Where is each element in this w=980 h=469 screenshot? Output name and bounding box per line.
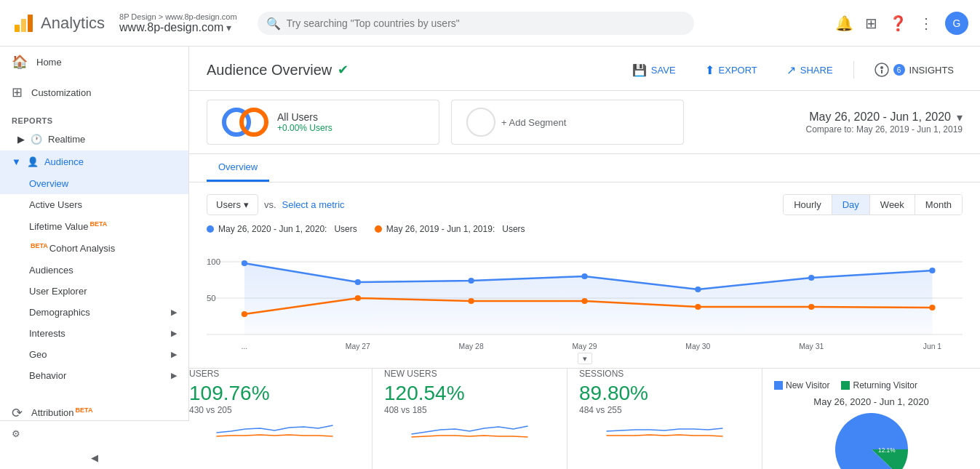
chart-dot-orange-1 xyxy=(355,295,361,301)
chart-dot-orange-6 xyxy=(929,305,935,310)
svg-text:May 31: May 31 xyxy=(799,342,824,350)
stat-pct-new-users: 120.54% xyxy=(384,382,555,405)
add-segment-label: + Add Segment xyxy=(501,117,566,128)
svg-point-4 xyxy=(880,66,883,69)
vs-label: vs. xyxy=(264,199,276,210)
legend-dot-blue xyxy=(207,225,214,233)
export-button[interactable]: ⬆ EXPORT xyxy=(696,59,766,81)
chart-dot-blue-0 xyxy=(242,260,247,266)
app-title: Analytics xyxy=(41,14,105,33)
sidebar-item-home[interactable]: 🏠 Home xyxy=(0,47,188,77)
sidebar-sub-demographics[interactable]: Demographics ▶ xyxy=(0,302,188,323)
stat-pct-sessions: 89.80% xyxy=(579,382,750,405)
pie-legend-new-label: New Visitor xyxy=(786,380,829,390)
audience-icon: 👤 xyxy=(27,156,39,167)
header-divider xyxy=(853,61,854,79)
all-users-segment[interactable]: All Users +0.00% Users xyxy=(207,100,439,145)
breadcrumb-main[interactable]: www.8p-design.com ▾ xyxy=(119,21,237,34)
chart-filter-dropdown[interactable]: ▾ xyxy=(578,353,592,364)
segment-name: All Users xyxy=(277,111,332,123)
avatar[interactable]: G xyxy=(945,12,968,35)
time-btn-month[interactable]: Month xyxy=(915,195,962,215)
metric-dropdown[interactable]: Users ▾ xyxy=(207,194,258,215)
chart-dot-orange-3 xyxy=(581,298,587,304)
stat-label-new-users: New Users xyxy=(384,369,555,379)
chart-dot-blue-1 xyxy=(355,279,361,285)
stat-label-users: Users xyxy=(189,369,360,379)
tab-overview[interactable]: Overview xyxy=(207,154,269,182)
collapse-button[interactable]: ◀ xyxy=(0,446,189,469)
more-options-icon[interactable]: ⋮ xyxy=(919,15,933,32)
realtime-icon: 🕐 xyxy=(31,134,42,145)
svg-rect-2 xyxy=(28,15,33,32)
sidebar-sub-overview[interactable]: Overview xyxy=(0,173,188,194)
sidebar-sub-cohort[interactable]: BETACohort Analysis xyxy=(0,237,188,259)
arrow-down-icon: ▼ xyxy=(12,156,21,167)
sidebar-item-realtime[interactable]: ▶ 🕐 Realtime xyxy=(0,128,188,151)
pie-area: New Visitor Returning Visitor May 26, 20… xyxy=(762,369,980,469)
tabs-row: Overview xyxy=(189,154,980,183)
sidebar-item-customization[interactable]: ⊞ Customization xyxy=(0,77,188,108)
chart-dot-blue-6 xyxy=(929,268,935,273)
segment-info: All Users +0.00% Users xyxy=(277,111,332,133)
svg-text:...: ... xyxy=(242,342,248,350)
stat-block-users: Users 109.76% 430 vs 205 xyxy=(189,369,373,469)
customization-icon: ⊞ xyxy=(12,84,23,100)
sidebar-sub-interests[interactable]: Interests ▶ xyxy=(0,323,188,344)
attribution-label: AttributionBETA xyxy=(31,406,92,418)
stat-pct-users: 109.76% xyxy=(189,382,360,405)
topbar: Analytics 8P Design > www.8p-design.com … xyxy=(0,0,980,47)
chart-dot-orange-5 xyxy=(808,304,814,310)
collapse-icon: ◀ xyxy=(91,452,98,463)
sidebar-sub-active-users[interactable]: Active Users xyxy=(0,194,188,215)
breadcrumb-dropdown-icon[interactable]: ▾ xyxy=(226,22,231,33)
stats-area: Users 109.76% 430 vs 205 New Users 120.5… xyxy=(189,368,980,469)
sparkline-users-svg xyxy=(189,418,360,440)
chart-dot-orange-0 xyxy=(242,311,247,317)
chart-container: 100 50 xyxy=(207,240,963,356)
sidebar-sub-behavior[interactable]: Behavior ▶ xyxy=(0,365,188,386)
chevron-right-interests-icon: ▶ xyxy=(171,329,177,338)
save-button[interactable]: 💾 SAVE xyxy=(624,59,685,81)
insights-button[interactable]: 6 INSIGHTS xyxy=(866,58,963,81)
sidebar-sub-audiences[interactable]: Audiences xyxy=(0,260,188,281)
apps-icon[interactable]: ⊞ xyxy=(865,15,877,32)
settings-item[interactable]: ⚙ xyxy=(0,421,189,446)
segment-circle-orange xyxy=(239,108,268,137)
chevron-right-geo-icon: ▶ xyxy=(171,350,177,359)
save-icon: 💾 xyxy=(632,63,647,77)
add-segment-button[interactable]: + Add Segment xyxy=(451,100,684,145)
time-btn-hourly[interactable]: Hourly xyxy=(784,195,832,215)
share-button[interactable]: ↗ SHARE xyxy=(778,59,842,81)
pie-label: 12.1% xyxy=(878,446,896,454)
segment-circles xyxy=(222,108,268,137)
sidebar-sub-user-explorer[interactable]: User Explorer xyxy=(0,281,188,302)
sidebar-sub-geo[interactable]: Geo ▶ xyxy=(0,344,188,365)
metric-arrow-icon: ▾ xyxy=(244,199,249,210)
settings-icon: ⚙ xyxy=(12,428,20,439)
legend-series-2019: Users xyxy=(502,224,525,234)
date-range[interactable]: May 26, 2020 - Jun 1, 2020 ▾ Compare to:… xyxy=(806,111,963,135)
sparkline-new-users-svg xyxy=(384,418,555,440)
svg-text:May 29: May 29 xyxy=(572,342,597,350)
stat-sparkline-sessions xyxy=(579,418,750,440)
date-dropdown-icon[interactable]: ▾ xyxy=(957,111,963,124)
legend-series-2020: Users xyxy=(334,224,356,234)
sidebar-sub-lifetime-value[interactable]: Lifetime ValueBETA xyxy=(0,215,188,237)
content-title-area: Audience Overview ✔ xyxy=(207,62,348,79)
time-btn-day[interactable]: Day xyxy=(832,195,869,215)
sidebar-item-audience[interactable]: ▼ 👤 Audience xyxy=(0,151,188,173)
home-icon: 🏠 xyxy=(12,54,28,70)
svg-text:May 28: May 28 xyxy=(459,342,484,350)
pie-legend: New Visitor Returning Visitor xyxy=(774,380,968,390)
reports-section-label: REPORTS xyxy=(0,108,188,128)
select-metric-button[interactable]: Select a metric xyxy=(282,199,345,210)
notification-icon[interactable]: 🔔 xyxy=(835,15,853,32)
time-btn-week[interactable]: Week xyxy=(869,195,915,215)
chart-legend: May 26, 2020 - Jun 1, 2020: Users May 26… xyxy=(207,224,963,234)
page-title: Audience Overview xyxy=(207,62,332,79)
svg-rect-1 xyxy=(21,19,26,32)
help-icon[interactable]: ❓ xyxy=(889,15,907,32)
chevron-right-icon: ▶ xyxy=(171,308,177,317)
search-input[interactable] xyxy=(258,12,694,35)
